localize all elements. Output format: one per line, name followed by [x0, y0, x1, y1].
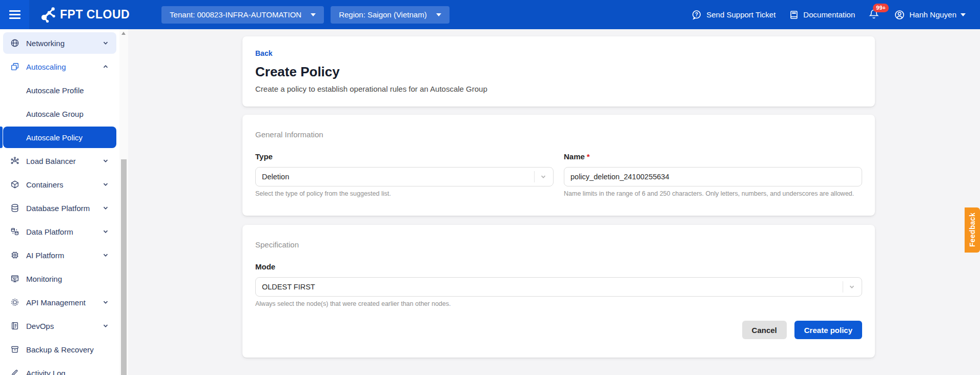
sidebar-item-label: Backup & Recovery: [26, 345, 109, 354]
load-balancer-icon: [10, 156, 19, 165]
user-name: Hanh Nguyen: [909, 10, 956, 19]
sidebar-item-containers[interactable]: Containers: [3, 174, 116, 195]
top-navbar: FPT CLOUD Tenant: 000823-INFRA-AUTOMATIO…: [0, 0, 980, 29]
sidebar-item-autoscaling[interactable]: Autoscaling: [3, 56, 116, 77]
active-item-stripe: [0, 127, 3, 148]
backup-archive-icon: [10, 345, 19, 354]
chevron-down-icon: [540, 173, 547, 180]
chevron-down-icon: [102, 181, 109, 188]
mode-field: Mode OLDEST FIRST Always select the node…: [255, 262, 862, 307]
sidebar-item-label: Load Balancer: [26, 157, 95, 165]
select-divider: [534, 171, 535, 182]
sidebar-item-label: AI Platform: [26, 251, 95, 260]
type-field: Type Deletion Select the type of policy …: [255, 152, 554, 197]
scrollbar-thumb[interactable]: [121, 159, 127, 375]
sidebar-item-label: Autoscale Policy: [26, 133, 83, 142]
sidebar-item-label: API Management: [26, 298, 95, 307]
caret-down-icon: [311, 13, 316, 16]
chevron-down-icon: [102, 157, 109, 164]
sidebar-item-monitoring[interactable]: Monitoring: [3, 268, 116, 289]
sidebar-scrollbar[interactable]: [119, 29, 128, 375]
data-platform-icon: [10, 227, 19, 236]
documentation-label: Documentation: [803, 10, 855, 19]
specification-heading: Specification: [255, 240, 862, 249]
api-gear-icon: [10, 298, 19, 307]
sidebar-item-label: Database Platform: [26, 204, 95, 213]
region-selector[interactable]: Region: Saigon (Vietnam): [331, 6, 450, 24]
region-label: Region: Saigon (Vietnam): [339, 10, 427, 19]
type-helper-text: Select the type of policy from the sugge…: [255, 190, 554, 197]
monitoring-icon: [10, 274, 19, 283]
sidebar-item-backup-recovery[interactable]: Backup & Recovery: [3, 339, 116, 360]
sidebar-item-label: Activity Log: [26, 369, 109, 375]
sidebar-item-label: Autoscale Profile: [26, 86, 84, 95]
sidebar-item-autoscale-profile[interactable]: Autoscale Profile: [3, 79, 116, 101]
chevron-down-icon: [102, 299, 109, 306]
sidebar-item-label: Autoscaling: [26, 62, 95, 71]
create-policy-button[interactable]: Create policy: [794, 321, 862, 339]
main-content: Back Create Policy Create a policy to es…: [128, 29, 980, 375]
cancel-button[interactable]: Cancel: [742, 321, 787, 339]
support-label: Send Support Ticket: [706, 10, 775, 19]
svg-text:?: ?: [695, 11, 698, 17]
chevron-down-icon: [102, 228, 109, 235]
menu-toggle-button[interactable]: [0, 0, 29, 29]
sidebar-item-autoscale-group[interactable]: Autoscale Group: [3, 103, 116, 124]
send-support-ticket-button[interactable]: ? Send Support Ticket: [691, 9, 775, 20]
sidebar-item-devops[interactable]: DevOps: [3, 315, 116, 337]
sidebar-navigation: NetworkingAutoscalingAutoscale ProfileAu…: [0, 29, 119, 375]
sidebar-item-api-management[interactable]: API Management: [3, 291, 116, 313]
notifications-button[interactable]: 99+: [868, 8, 881, 22]
general-information-heading: General Information: [255, 130, 862, 139]
sidebar-item-ai-platform[interactable]: AI Platform: [3, 244, 116, 266]
sidebar-item-label: Data Platform: [26, 227, 95, 236]
chevron-down-icon: [102, 322, 109, 329]
sidebar-item-label: Containers: [26, 180, 95, 189]
activity-pen-icon: [10, 368, 19, 375]
page-header-card: Back Create Policy Create a policy to es…: [242, 36, 875, 107]
type-select-value: Deletion: [262, 173, 534, 181]
sidebar-item-autoscale-policy[interactable]: Autoscale Policy: [3, 127, 116, 148]
hamburger-icon: [9, 10, 21, 19]
sidebar-item-database-platform[interactable]: Database Platform: [3, 197, 116, 219]
page-subtitle: Create a policy to establish operational…: [255, 85, 862, 93]
name-input[interactable]: [564, 167, 862, 186]
general-information-card: General Information Type Deletion Select…: [242, 115, 875, 216]
sidebar-item-label: Networking: [26, 39, 95, 48]
select-divider: [843, 281, 843, 293]
ai-chip-icon: [10, 251, 19, 260]
sidebar-item-activity-log[interactable]: Activity Log: [3, 362, 116, 375]
fpt-molecule-icon: [38, 6, 56, 24]
chevron-down-icon: [848, 283, 855, 290]
chevron-down-icon: [102, 39, 109, 47]
chevron-down-icon: [102, 204, 109, 212]
containers-icon: [10, 180, 19, 189]
page-title: Create Policy: [255, 64, 862, 80]
tenant-selector[interactable]: Tenant: 000823-INFRA-AUTOMATION: [161, 6, 324, 24]
mode-select[interactable]: OLDEST FIRST: [255, 277, 862, 297]
tenant-label: Tenant: 000823-INFRA-AUTOMATION: [170, 10, 301, 19]
caret-down-icon: [436, 13, 441, 16]
sidebar-item-label: Monitoring: [26, 275, 109, 283]
user-menu[interactable]: Hanh Nguyen: [894, 9, 966, 20]
required-asterisk: *: [587, 152, 590, 161]
documentation-link[interactable]: Documentation: [789, 10, 855, 20]
autoscaling-icon: [10, 62, 19, 71]
database-icon: [10, 203, 19, 213]
sidebar-item-label: Autoscale Group: [26, 110, 84, 118]
sidebar-item-networking[interactable]: Networking: [3, 32, 116, 54]
feedback-tab[interactable]: Feedback: [965, 207, 980, 253]
brand-logo[interactable]: FPT CLOUD: [38, 6, 130, 24]
sidebar-item-data-platform[interactable]: Data Platform: [3, 221, 116, 242]
mode-helper-text: Always select the node(s) that were crea…: [255, 300, 862, 307]
specification-card: Specification Mode OLDEST FIRST Always s…: [242, 225, 875, 358]
mode-select-value: OLDEST FIRST: [262, 283, 843, 291]
scroll-up-arrow-icon[interactable]: [121, 32, 126, 35]
globe-icon: [10, 38, 19, 48]
caret-down-icon: [961, 13, 966, 16]
back-link[interactable]: Back: [255, 49, 272, 57]
type-select[interactable]: Deletion: [255, 167, 554, 186]
sidebar-item-load-balancer[interactable]: Load Balancer: [3, 150, 116, 172]
name-helper-text: Name limits in the range of 6 and 250 ch…: [564, 190, 862, 197]
user-avatar-icon: [894, 9, 905, 20]
